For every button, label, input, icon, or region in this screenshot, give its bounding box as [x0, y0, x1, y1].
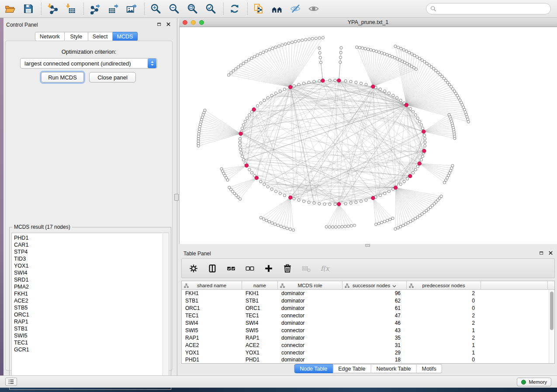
network-node[interactable] [247, 58, 250, 61]
network-canvas[interactable] [179, 27, 557, 244]
table-row[interactable]: ACE2ACE2connector311 [182, 341, 549, 349]
network-node[interactable] [240, 151, 242, 154]
network-window-titlebar[interactable]: YPA_prune.txt_1 [179, 18, 557, 27]
network-node[interactable] [379, 88, 381, 90]
network-node[interactable] [239, 64, 242, 66]
dominator-node[interactable] [337, 79, 341, 82]
memory-button[interactable]: Memory [517, 378, 551, 386]
network-node[interactable] [377, 222, 380, 225]
network-node[interactable] [328, 226, 331, 228]
export-table-button[interactable] [107, 2, 120, 15]
network-node[interactable] [262, 51, 265, 54]
tab-network[interactable]: Network [35, 32, 65, 41]
network-node[interactable] [319, 61, 322, 64]
dominator-node[interactable] [255, 176, 258, 179]
network-node[interactable] [246, 117, 249, 120]
network-node[interactable] [237, 65, 239, 68]
network-node[interactable] [259, 102, 262, 104]
network-node[interactable] [350, 224, 353, 227]
network-node[interactable] [248, 113, 251, 116]
network-node[interactable] [370, 48, 372, 51]
network-node[interactable] [274, 92, 277, 94]
dominator-node[interactable] [405, 103, 408, 107]
table-row[interactable]: STB1STB1dominator620 [182, 297, 549, 305]
network-node[interactable] [409, 107, 412, 110]
network-node[interactable] [424, 144, 426, 147]
mcds-result-item[interactable]: SWI5 [12, 332, 169, 339]
network-node[interactable] [421, 59, 423, 62]
network-node[interactable] [419, 120, 421, 123]
network-node[interactable] [440, 195, 443, 198]
mcds-result-item[interactable]: STB5 [12, 304, 169, 311]
network-node[interactable] [271, 47, 274, 50]
network-node[interactable] [323, 203, 326, 205]
network-node[interactable] [268, 220, 270, 223]
network-node[interactable] [383, 220, 386, 223]
network-node[interactable] [283, 88, 286, 90]
mcds-result-item[interactable]: TID3 [12, 255, 169, 262]
network-node[interactable] [274, 46, 277, 48]
network-node[interactable] [403, 180, 405, 183]
network-node[interactable] [347, 225, 349, 227]
network-node[interactable] [308, 38, 310, 40]
network-node[interactable] [358, 46, 361, 49]
network-node[interactable] [356, 46, 358, 48]
network-node[interactable] [322, 36, 324, 39]
table-row[interactable]: RAP1RAP1dominator352 [182, 334, 549, 341]
import-table-button[interactable] [64, 2, 77, 15]
network-node[interactable] [262, 218, 265, 220]
dominator-node[interactable] [321, 79, 325, 83]
gear-button[interactable] [188, 263, 199, 274]
network-node[interactable] [381, 221, 383, 224]
network-node[interactable] [378, 51, 381, 53]
network-node[interactable] [364, 47, 367, 50]
mcds-result-item[interactable]: STP4 [12, 248, 169, 255]
network-node[interactable] [375, 50, 377, 52]
network-node[interactable] [241, 127, 243, 130]
network-node[interactable] [250, 172, 253, 174]
delete-column-button[interactable] [282, 263, 293, 274]
first-neighbors-button[interactable] [270, 2, 284, 15]
zoom-in-button[interactable] [149, 2, 162, 15]
float-window-icon[interactable] [538, 250, 544, 256]
network-node[interactable] [386, 53, 388, 56]
network-node[interactable] [341, 225, 343, 228]
network-node[interactable] [360, 200, 362, 203]
table-row[interactable]: SWI5SWI5connector431 [182, 327, 549, 334]
mcds-list-scrollbar[interactable] [163, 234, 168, 387]
network-node[interactable] [287, 42, 290, 45]
dominator-node[interactable] [289, 85, 292, 89]
network-node[interactable] [339, 56, 342, 58]
column-header-successor-nodes[interactable]: successor nodes [343, 281, 407, 290]
network-node[interactable] [301, 39, 304, 41]
network-node[interactable] [396, 96, 398, 99]
network-node[interactable] [402, 224, 405, 227]
run-mcds-button[interactable]: Run MCDS [41, 72, 84, 83]
network-node[interactable] [283, 194, 286, 197]
network-node[interactable] [259, 52, 262, 55]
network-node[interactable] [284, 43, 287, 45]
network-node[interactable] [319, 56, 322, 59]
network-node[interactable] [387, 190, 390, 193]
network-node[interactable] [339, 61, 342, 63]
network-node[interactable] [311, 38, 314, 40]
network-node[interactable] [361, 47, 364, 49]
dominator-node[interactable] [422, 130, 426, 133]
network-node[interactable] [360, 82, 362, 85]
table-row[interactable]: SWI4SWI4dominator462 [182, 320, 549, 327]
network-node[interactable] [242, 124, 245, 126]
network-node[interactable] [270, 94, 273, 97]
network-node[interactable] [239, 148, 242, 151]
network-node[interactable] [400, 47, 402, 50]
network-node[interactable] [344, 79, 347, 82]
tab-edge-table[interactable]: Edge Table [333, 364, 371, 373]
mcds-result-item[interactable]: ORC1 [12, 311, 169, 318]
network-node[interactable] [329, 203, 331, 206]
network-node[interactable] [428, 64, 430, 66]
network-node[interactable] [226, 179, 229, 181]
close-panel-icon[interactable] [547, 250, 554, 256]
network-node[interactable] [318, 79, 321, 82]
close-panel-icon[interactable] [165, 21, 171, 27]
table-row[interactable]: PHD1PHD1dominator180 [182, 356, 549, 363]
network-node[interactable] [334, 203, 336, 206]
